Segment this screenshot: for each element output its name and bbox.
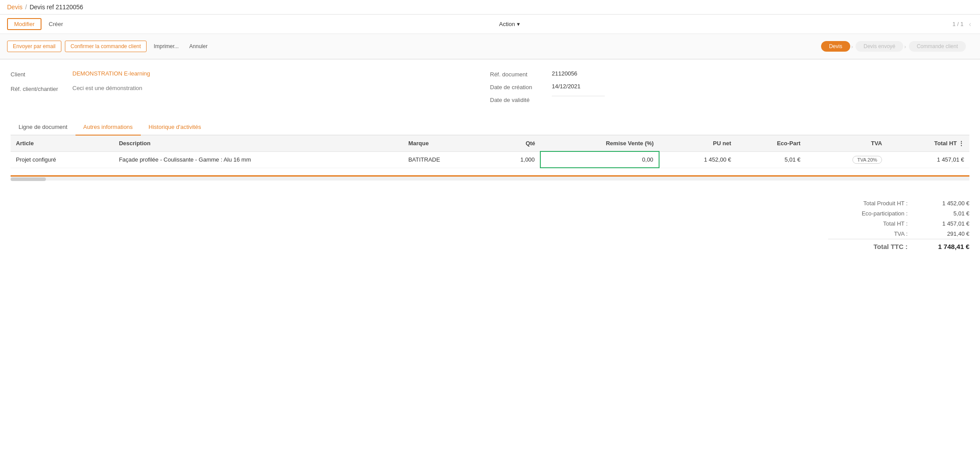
cell-qte: 1,000 (489, 151, 541, 168)
form-left: Client DEMONSTRATION E-learning Réf. cli… (11, 68, 490, 110)
cell-article: Projet configuré (11, 151, 113, 168)
ref-doc-label: Réf. document (490, 70, 552, 78)
status-devis: Devis (821, 41, 850, 52)
total-ht-label: Total HT : (837, 220, 908, 227)
client-row: Client DEMONSTRATION E-learning (11, 70, 490, 78)
total-produit-ht-row: Total Produit HT : 1 452,00 € (828, 198, 969, 208)
action-button[interactable]: Action ▾ (494, 19, 525, 29)
col-total-ht: Total HT ⋮ (887, 136, 969, 151)
ref-doc-row: Réf. document 21120056 (490, 70, 969, 78)
ref-doc-value: 21120056 (552, 70, 577, 77)
form-right: Réf. document 21120056 Date de création … (490, 68, 969, 110)
date-creation-label: Date de création (490, 83, 552, 90)
breadcrumb: Devis / Devis ref 21120056 (7, 4, 83, 11)
cell-description: Façade profilée - Coulissante - Gamme : … (113, 151, 403, 168)
client-label: Client (11, 70, 72, 78)
sub-toolbar: Envoyer par email Confirmer la commande … (0, 34, 980, 59)
action-label: Action (499, 21, 515, 27)
date-creation-value: 14/12/2021 (552, 83, 580, 90)
col-qte: Qté (489, 136, 541, 151)
col-tva: TVA (806, 136, 887, 151)
form-section: Client DEMONSTRATION E-learning Réf. cli… (11, 68, 969, 110)
tab-ligne-document[interactable]: Ligne de document (11, 119, 75, 136)
status-arrow-1: › (851, 43, 853, 50)
date-validite-value[interactable] (552, 96, 605, 96)
total-ttc-row: Total TTC : 1 748,41 € (828, 239, 969, 252)
horizontal-scrollbar[interactable] (11, 175, 969, 181)
status-bar: Devis › Devis envoyé › Commande client (812, 38, 973, 54)
content-area: Client DEMONSTRATION E-learning Réf. cli… (0, 60, 980, 189)
modifier-button[interactable]: Modifier (7, 18, 41, 30)
col-article: Article (11, 136, 113, 151)
ref-client-value: Ceci est une démonstration (72, 85, 142, 91)
totals-section: Total Produit HT : 1 452,00 € Eco-partic… (0, 189, 980, 252)
ref-client-label: Réf. client/chantier (11, 85, 72, 92)
breadcrumb-current: Devis ref 21120056 (30, 4, 83, 11)
status-devis-envoye: Devis envoyé (856, 41, 903, 52)
table-header: Article Description Marque Qté Remise Ve… (11, 136, 969, 151)
cell-eco-part: 5,01 € (736, 151, 806, 168)
status-commande-client: Commande client (909, 41, 966, 52)
chevron-down-icon: ▾ (517, 21, 520, 27)
tva-value: 291,40 € (925, 230, 969, 237)
table-row: Projet configuré Façade profilée - Couli… (11, 151, 969, 168)
cell-pu-net: 1 452,00 € (659, 151, 736, 168)
scroll-thumb[interactable] (11, 177, 46, 181)
imprimer-button[interactable]: Imprimer... (150, 41, 182, 52)
client-value[interactable]: DEMONSTRATION E-learning (72, 70, 150, 77)
eco-participation-row: Eco-participation : 5,01 € (828, 208, 969, 219)
tva-label: TVA : (837, 230, 908, 237)
cell-tva: TVA 20% (806, 151, 887, 168)
cell-total-ht: 1 457,01 € (887, 151, 969, 168)
tva-badge: TVA 20% (852, 156, 882, 164)
total-ht-value: 1 457,01 € (925, 220, 969, 227)
col-remise-vente: Remise Vente (%) (540, 136, 659, 151)
totals-table: Total Produit HT : 1 452,00 € Eco-partic… (828, 198, 969, 252)
total-ttc-value: 1 748,41 € (925, 243, 969, 250)
nav-prev-icon[interactable]: ‹ (967, 20, 973, 28)
col-pu-net: PU net (659, 136, 736, 151)
total-ht-row: Total HT : 1 457,01 € (828, 219, 969, 229)
breadcrumb-parent[interactable]: Devis (7, 4, 23, 11)
confirmer-commande-button[interactable]: Confirmer la commande client (65, 41, 147, 52)
total-produit-ht-label: Total Produit HT : (837, 200, 908, 207)
annuler-button[interactable]: Annuler (186, 41, 211, 52)
table-body: Projet configuré Façade profilée - Couli… (11, 151, 969, 168)
envoyer-email-button[interactable]: Envoyer par email (7, 41, 61, 52)
tab-autres-informations[interactable]: Autres informations (75, 119, 141, 136)
creer-button[interactable]: Créer (45, 19, 67, 29)
pagination-label: 1 / 1 (952, 21, 963, 27)
col-eco-part: Eco-Part (736, 136, 806, 151)
date-validite-row: Date de validité (490, 96, 969, 103)
tabs-bar: Ligne de document Autres informations Hi… (11, 119, 969, 136)
status-arrow-2: › (904, 43, 906, 50)
cell-marque: BATITRADE (403, 151, 489, 168)
col-marque: Marque (403, 136, 489, 151)
tab-historique[interactable]: Historique d'activités (141, 119, 209, 136)
tva-row: TVA : 291,40 € (828, 229, 969, 239)
breadcrumb-separator: / (25, 4, 27, 11)
ref-client-row: Réf. client/chantier Ceci est une démons… (11, 85, 490, 92)
total-produit-ht-value: 1 452,00 € (925, 200, 969, 207)
eco-participation-value: 5,01 € (925, 210, 969, 217)
date-validite-label: Date de validité (490, 96, 552, 103)
eco-participation-label: Eco-participation : (837, 210, 908, 217)
date-creation-row: Date de création 14/12/2021 (490, 83, 969, 90)
cell-remise-vente[interactable]: 0,00 (540, 151, 659, 168)
main-toolbar: Modifier Créer Action ▾ 1 / 1 ‹ (0, 15, 980, 34)
document-table: Article Description Marque Qté Remise Ve… (11, 136, 969, 168)
total-ttc-label: Total TTC : (837, 243, 908, 250)
top-bar: Devis / Devis ref 21120056 (0, 0, 980, 15)
col-description: Description (113, 136, 403, 151)
